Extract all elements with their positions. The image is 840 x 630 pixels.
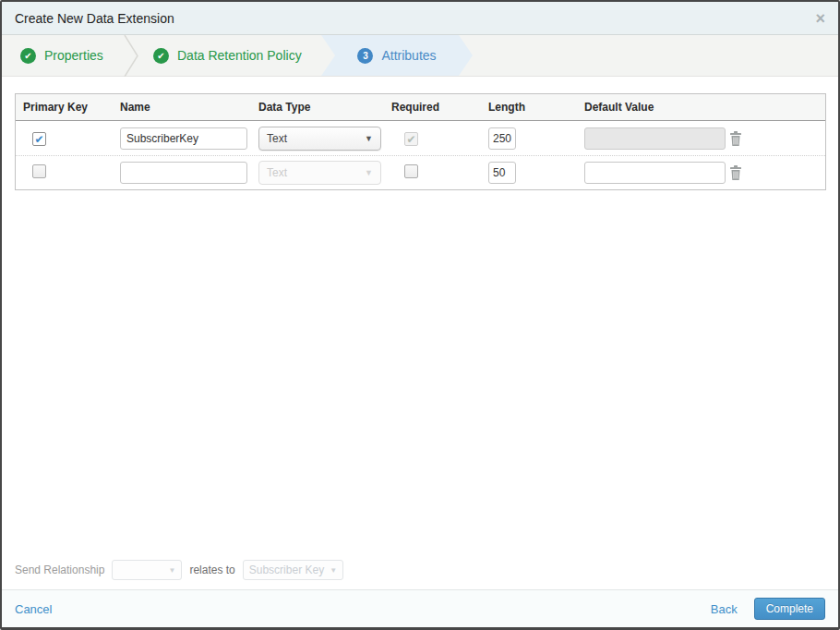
name-input[interactable] (120, 127, 247, 150)
check-circle-icon (20, 48, 36, 64)
attribute-row: Text ▼ (16, 155, 825, 189)
send-relationship-label: Send Relationship (15, 563, 104, 576)
step-label: Attributes (381, 48, 436, 63)
primary-key-checkbox[interactable] (32, 132, 46, 146)
required-checkbox[interactable] (404, 164, 418, 178)
data-type-select: Text ▼ (258, 161, 381, 185)
table-header-row: Primary Key Name Data Type Required Leng… (16, 94, 825, 121)
chevron-down-icon: ▼ (365, 168, 373, 177)
modal-content: Primary Key Name Data Type Required Leng… (2, 77, 838, 589)
create-data-extension-modal: Create New Data Extension × Properties D… (0, 0, 840, 630)
subscriber-key-value: Subscriber Key (249, 563, 324, 576)
modal-footer: Cancel Back Complete (2, 589, 838, 627)
length-input[interactable] (488, 162, 516, 184)
delete-row-button[interactable] (728, 130, 825, 147)
length-input[interactable] (488, 127, 516, 150)
chevron-down-icon: ▼ (330, 566, 337, 575)
col-header-required: Required (391, 101, 488, 114)
modal-title: Create New Data Extension (15, 11, 174, 26)
content-spacer (2, 190, 838, 560)
chevron-down-icon: ▼ (168, 566, 175, 575)
trash-icon (728, 164, 743, 181)
step-attributes[interactable]: 3 Attributes (321, 35, 473, 76)
col-header-data-type: Data Type (258, 101, 391, 114)
wizard-steps: Properties Data Retention Policy 3 Attri… (2, 35, 838, 77)
data-type-value: Text (267, 132, 287, 145)
delete-row-button[interactable] (728, 164, 825, 181)
check-circle-icon (153, 48, 169, 64)
col-header-default-value: Default Value (584, 101, 726, 114)
primary-key-checkbox[interactable] (32, 164, 46, 178)
trash-icon (728, 130, 743, 147)
step-data-retention-policy[interactable]: Data Retention Policy (138, 35, 319, 76)
attributes-table: Primary Key Name Data Type Required Leng… (15, 93, 826, 190)
data-type-value: Text (267, 166, 287, 179)
close-icon[interactable]: × (815, 10, 825, 27)
step-number-badge: 3 (357, 48, 373, 64)
modal-titlebar: Create New Data Extension × (2, 2, 838, 35)
step-separator-chevron (124, 35, 138, 77)
default-value-input[interactable] (584, 162, 726, 184)
col-header-length: Length (488, 101, 584, 114)
cancel-link[interactable]: Cancel (15, 602, 52, 616)
col-header-name: Name (120, 101, 258, 114)
relationship-field-select: ▼ (112, 560, 182, 580)
send-relationship-row: Send Relationship ▼ relates to Subscribe… (2, 560, 838, 589)
back-link[interactable]: Back (711, 602, 738, 616)
chevron-down-icon: ▼ (365, 134, 373, 143)
col-header-primary-key: Primary Key (16, 101, 120, 114)
attribute-row: Text ▼ (16, 121, 825, 155)
complete-button[interactable]: Complete (754, 598, 825, 620)
step-label: Data Retention Policy (177, 48, 302, 63)
default-value-input (584, 127, 726, 150)
relates-to-label: relates to (189, 563, 234, 576)
name-input[interactable] (120, 162, 247, 184)
required-checkbox (404, 132, 418, 146)
step-label: Properties (44, 48, 103, 63)
data-type-select[interactable]: Text ▼ (258, 127, 381, 151)
subscriber-key-select: Subscriber Key ▼ (243, 560, 343, 580)
step-properties[interactable]: Properties (20, 35, 124, 76)
